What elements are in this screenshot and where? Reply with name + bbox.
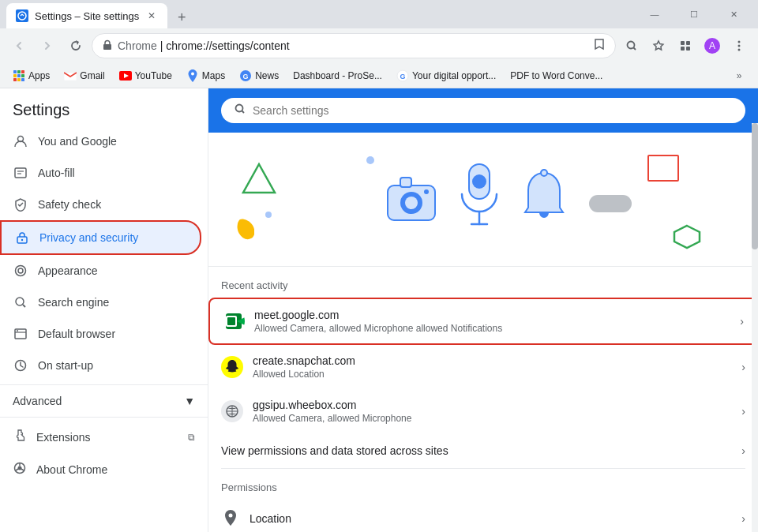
svg-marker-50 xyxy=(243,164,275,193)
bookmark-pdf[interactable]: PDF to Word Conve... xyxy=(504,67,609,84)
wheebox-favicon xyxy=(221,400,243,422)
browser-icon xyxy=(13,326,28,342)
meet-chevron-icon: › xyxy=(740,315,744,328)
bookmark-dashboard[interactable]: Dashboard - ProSe... xyxy=(287,67,388,84)
chrome-icon xyxy=(13,461,27,478)
bookmark-google-label: Your digital opport... xyxy=(412,70,496,81)
bookmark-maps[interactable]: Maps xyxy=(180,66,231,85)
search-button[interactable] xyxy=(619,33,644,58)
svg-point-41 xyxy=(17,330,18,332)
extensions-sidebar-icon xyxy=(13,429,27,445)
svg-rect-17 xyxy=(17,74,21,77)
maps-icon xyxy=(186,69,199,82)
startup-icon xyxy=(13,358,28,373)
meet-site-name: meet.google.com xyxy=(254,309,730,321)
svg-rect-1 xyxy=(103,44,111,50)
recent-activity-label: Recent activity xyxy=(221,267,745,298)
gmail-icon xyxy=(64,69,77,82)
menu-button[interactable] xyxy=(726,33,752,58)
google-icon: G xyxy=(396,69,409,82)
external-link-icon: ⧉ xyxy=(188,432,195,443)
new-tab-button[interactable]: + xyxy=(171,6,193,28)
svg-line-47 xyxy=(16,469,18,470)
tab-close-button[interactable]: ✕ xyxy=(145,9,158,22)
settings-sidebar: Settings You and Google Auto-fill Safety… xyxy=(0,88,208,532)
sidebar-item-on-startup[interactable]: On start-up xyxy=(0,350,201,381)
camera-icon-hero xyxy=(383,167,440,232)
sidebar-item-appearance[interactable]: Appearance xyxy=(0,255,201,287)
autofill-icon xyxy=(13,165,28,181)
location-permission-label: Location xyxy=(250,512,732,525)
meet-site-permissions: Allowed Camera, allowed Microphone allow… xyxy=(254,323,730,334)
sidebar-about-chrome-label: About Chrome xyxy=(36,463,107,476)
shield-icon xyxy=(13,197,28,212)
minimize-button[interactable]: — xyxy=(636,2,673,27)
sidebar-divider xyxy=(0,384,208,385)
close-button[interactable]: ✕ xyxy=(715,2,752,27)
sidebar-item-about-chrome[interactable]: About Chrome xyxy=(0,453,208,485)
scrollbar-thumb[interactable] xyxy=(752,123,758,249)
sidebar-item-you-and-google[interactable]: You and Google xyxy=(0,126,201,157)
sidebar-item-search-engine[interactable]: Search engine xyxy=(0,287,201,318)
snapchat-site-name: create.snapchat.com xyxy=(253,354,732,367)
site-row-snapchat[interactable]: create.snapchat.com Allowed Location › xyxy=(208,345,758,389)
bookmark-youtube[interactable]: YouTube xyxy=(113,66,178,85)
sidebar-item-safety-check[interactable]: Safety check xyxy=(0,189,201,220)
bookmark-google[interactable]: G Your digital opport... xyxy=(390,66,502,85)
hex-decoration xyxy=(673,224,701,252)
sidebar-item-privacy-security[interactable]: Privacy and security xyxy=(0,220,201,255)
svg-rect-6 xyxy=(681,47,685,51)
pill-decoration xyxy=(589,195,632,212)
active-tab[interactable]: Settings – Site settings ✕ xyxy=(6,3,167,28)
nav-bar: Chrome | chrome://settings/content A xyxy=(0,28,758,63)
address-bar[interactable]: Chrome | chrome://settings/content xyxy=(92,33,616,58)
sidebar-item-extensions[interactable]: Extensions ⧉ xyxy=(0,421,208,453)
svg-point-57 xyxy=(472,174,486,189)
bookmark-star-button[interactable] xyxy=(646,33,671,58)
site-row-wheebox[interactable]: ggsipu.wheebox.com Allowed Camera, allow… xyxy=(208,389,758,433)
view-permissions-text: View permissions and data stored across … xyxy=(221,444,741,457)
svg-point-0 xyxy=(18,12,26,20)
appearance-icon xyxy=(13,263,28,279)
bookmark-youtube-label: YouTube xyxy=(135,70,172,81)
reload-button[interactable] xyxy=(63,33,88,58)
bookmark-apps-label: Apps xyxy=(28,70,50,81)
scrollbar-track[interactable] xyxy=(752,123,758,532)
search-settings-icon xyxy=(234,103,246,118)
window-controls: — ☐ ✕ xyxy=(636,2,752,27)
svg-rect-13 xyxy=(13,70,17,73)
sidebar-divider-2 xyxy=(0,417,208,418)
svg-point-53 xyxy=(405,197,418,209)
sidebar-extensions-label: Extensions xyxy=(36,431,90,444)
site-row-meet[interactable]: meet.google.com Allowed Camera, allowed … xyxy=(208,298,758,345)
sidebar-item-default-browser[interactable]: Default browser xyxy=(0,318,201,350)
wheebox-chevron-icon: › xyxy=(741,405,745,418)
forward-button[interactable] xyxy=(35,33,60,58)
news-icon: G xyxy=(239,69,252,82)
profile-button[interactable]: A xyxy=(700,33,725,58)
location-permission-icon xyxy=(221,509,240,528)
maximize-button[interactable]: ☐ xyxy=(676,2,712,27)
content-scroll-area[interactable]: Recent activity xyxy=(208,133,758,532)
search-settings-bar[interactable] xyxy=(221,98,745,123)
back-button[interactable] xyxy=(6,33,32,58)
svg-point-48 xyxy=(236,105,243,112)
wheebox-site-permissions: Allowed Camera, allowed Microphone xyxy=(253,413,732,424)
search-settings-input[interactable] xyxy=(253,104,733,117)
sidebar-advanced-section[interactable]: Advanced ▼ xyxy=(0,388,208,414)
svg-point-2 xyxy=(628,42,635,49)
svg-point-34 xyxy=(21,239,23,241)
wheebox-site-name: ggsipu.wheebox.com xyxy=(253,399,732,411)
bookmark-gmail[interactable]: Gmail xyxy=(58,66,111,85)
svg-marker-61 xyxy=(674,226,700,248)
extensions-button[interactable] xyxy=(673,33,698,58)
bookmark-apps[interactable]: Apps xyxy=(6,66,56,85)
svg-point-35 xyxy=(16,266,26,276)
more-bookmarks-button[interactable]: » xyxy=(726,63,752,88)
bookmark-button[interactable] xyxy=(593,38,606,54)
triangle-decoration xyxy=(242,161,276,198)
view-permissions-row[interactable]: View permissions and data stored across … xyxy=(208,433,758,468)
permission-row-location[interactable]: Location › xyxy=(208,500,758,532)
bookmark-news[interactable]: G News xyxy=(233,66,285,85)
sidebar-item-auto-fill[interactable]: Auto-fill xyxy=(0,157,201,189)
